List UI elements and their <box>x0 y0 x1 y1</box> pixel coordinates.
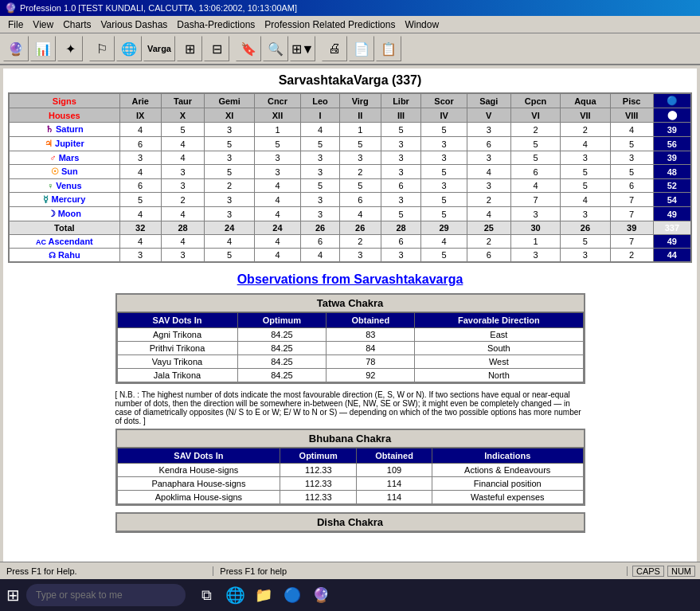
sav-table: Signs Arie Taur Gemi Cncr Leo Virg Libr … <box>8 92 692 263</box>
prithvi-optimum: 84.25 <box>237 342 327 355</box>
venus-label: ♀ Venus <box>9 179 119 193</box>
status-help-left: Press F1 for Help. <box>0 566 213 576</box>
explorer-icon[interactable]: 📁 <box>252 584 275 606</box>
table-row-jupiter: ♃ Jupiter 645555336545 56 <box>9 137 691 151</box>
bhubana-table: SAV Dots In Optimum Obtained Indications… <box>117 448 584 504</box>
toolbar-varga[interactable]: Varga <box>143 36 175 61</box>
kendra-indication: Actions & Endeavours <box>432 464 583 477</box>
vayu-label: Vayu Trikona <box>117 355 237 369</box>
menu-dasha-predictions[interactable]: Dasha-Predictions <box>172 18 260 32</box>
rahu-label: ☊ Rahu <box>9 249 119 263</box>
tatwa-note: [ N.B. : The highest number of dots indi… <box>115 390 585 425</box>
apoklima-optimum: 112.33 <box>280 491 357 504</box>
toolbar-btn-12[interactable]: 📋 <box>376 36 401 61</box>
tatwa-col-fav: Favorable Direction <box>415 313 583 328</box>
taskbar-search[interactable] <box>26 584 186 606</box>
bhubana-chakra: Bhubana Chakra SAV Dots In Optimum Obtai… <box>115 429 585 506</box>
sign-sagi: Sagi <box>467 93 510 108</box>
moon-label: ☽ Moon <box>9 207 119 221</box>
tatwa-title: Tatwa Chakra <box>117 295 584 312</box>
menu-profession-related[interactable]: Profession Related Predictions <box>260 18 400 32</box>
total-label: Total <box>9 221 119 235</box>
toolbar-btn-6[interactable]: ⊞ <box>177 36 202 61</box>
sign-total: 🔵 <box>653 93 691 108</box>
caps-badge: CAPS <box>632 566 664 577</box>
house-vi: VI <box>510 108 560 123</box>
toolbar-print[interactable]: 🖨 <box>322 36 347 61</box>
bhubana-row-panaphara: Panaphara House-signs 112.33 114 Financi… <box>117 477 583 491</box>
saturn-label: ♄ Saturn <box>9 123 119 137</box>
menu-file[interactable]: File <box>3 18 28 32</box>
mercury-label: ☿ Mercury <box>9 193 119 207</box>
table-row-sun: ☉ Sun 435332354655 48 <box>9 165 691 179</box>
status-bar: Press F1 for Help. Press F1 for help CAP… <box>0 562 700 579</box>
house-viii: VIII <box>610 108 653 123</box>
vayu-optimum: 84.25 <box>237 355 327 369</box>
agni-obtained: 83 <box>327 328 415 342</box>
jala-label: Jala Trikona <box>117 369 237 382</box>
ascendant-label: AC Ascendant <box>9 235 119 249</box>
menu-various-dashas[interactable]: Various Dashas <box>96 18 172 32</box>
bhubana-col-sav: SAV Dots In <box>117 448 280 464</box>
house-xii: XII <box>254 108 300 123</box>
toolbar-btn-11[interactable]: 📄 <box>349 36 374 61</box>
jala-favorable: North <box>415 369 583 382</box>
browser-icon[interactable]: 🔵 <box>281 584 303 606</box>
edge-icon[interactable]: 🌐 <box>224 584 246 606</box>
agni-favorable: East <box>415 328 583 342</box>
bhubana-col-ind: Indications <box>432 448 583 464</box>
bhubana-col-obt: Obtained <box>357 448 432 464</box>
disha-chakra: Disha Chakra <box>115 512 585 533</box>
tatwa-col-opt: Optimum <box>237 313 327 328</box>
toolbar-btn-7[interactable]: ⊟ <box>204 36 229 61</box>
toolbar-btn-2[interactable]: 📊 <box>30 36 56 61</box>
sign-arie: Arie <box>119 93 161 108</box>
table-row-ascendant: AC Ascendant 444462642157 49 <box>9 235 691 249</box>
kendra-obtained: 109 <box>357 464 432 477</box>
toolbar-btn-9[interactable]: 🔍 <box>263 36 288 61</box>
bhubana-row-apoklima: Apoklima House-signs 112.33 114 Wasteful… <box>117 491 583 504</box>
app-icon-taskbar[interactable]: 🔮 <box>310 584 332 606</box>
apoklima-label: Apoklima House-signs <box>117 491 280 504</box>
vayu-favorable: West <box>415 355 583 369</box>
sign-taur: Taur <box>161 93 205 108</box>
jala-optimum: 84.25 <box>237 369 327 382</box>
tatwa-row-agni: Agni Trikona 84.25 83 East <box>117 328 583 342</box>
toolbar-btn-8[interactable]: 🔖 <box>236 36 261 61</box>
status-help-center: Press F1 for help <box>213 566 628 576</box>
tatwa-col-sav: SAV Dots In <box>117 313 237 328</box>
sign-aqua: Aqua <box>561 93 610 108</box>
app-icon: 🔮 <box>5 2 17 14</box>
house-xi: XI <box>205 108 254 123</box>
menu-charts[interactable]: Charts <box>58 18 96 32</box>
house-ix: IX <box>119 108 161 123</box>
toolbar-btn-5[interactable]: 🌐 <box>116 36 142 61</box>
menu-view[interactable]: View <box>28 18 58 32</box>
bhubana-title: Bhubana Chakra <box>117 430 584 448</box>
start-button[interactable]: ⊞ <box>3 582 23 608</box>
toolbar-btn-4[interactable]: ⚐ <box>89 36 115 61</box>
sign-gemi: Gemi <box>205 93 254 108</box>
house-i: I <box>301 108 340 123</box>
tatwa-row-jala: Jala Trikona 84.25 92 North <box>117 369 583 382</box>
table-row-venus: ♀ Venus 632455633456 52 <box>9 179 691 193</box>
toolbar-btn-3[interactable]: ✦ <box>57 36 83 61</box>
sav-title: SarvashtakaVarga (337) <box>8 73 692 88</box>
task-view-icon[interactable]: ⧉ <box>195 584 217 606</box>
apoklima-indication: Wasteful expenses <box>432 491 583 504</box>
tatwa-col-obt: Obtained <box>327 313 415 328</box>
menu-window[interactable]: Window <box>400 18 444 32</box>
sign-scor: Scor <box>421 93 467 108</box>
mars-label: ♂ Mars <box>9 151 119 165</box>
panaphara-indication: Financial position <box>432 477 583 491</box>
menu-bar: File View Charts Various Dashas Dasha-Pr… <box>0 16 700 33</box>
sign-cpcn: Cpcn <box>510 93 560 108</box>
num-badge: NUM <box>667 566 695 577</box>
bhubana-col-opt: Optimum <box>280 448 357 464</box>
signs-header: Signs <box>9 93 119 108</box>
tatwa-row-vayu: Vayu Trikona 84.25 78 West <box>117 355 583 369</box>
vayu-obtained: 78 <box>327 355 415 369</box>
toolbar-btn-1[interactable]: 🔮 <box>3 36 29 61</box>
toolbar-btn-10[interactable]: ⊞▼ <box>290 36 315 61</box>
agni-optimum: 84.25 <box>237 328 327 342</box>
